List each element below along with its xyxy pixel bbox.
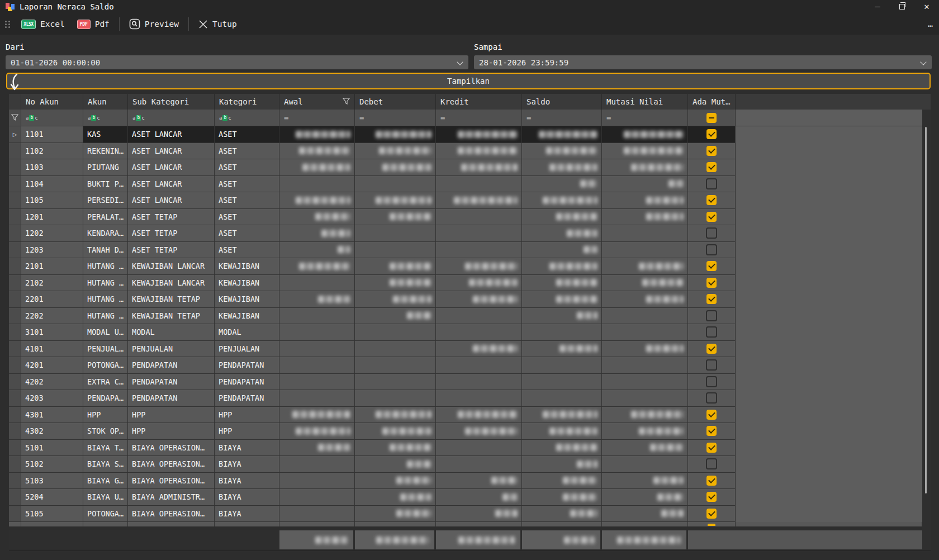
cell-kategori[interactable]: ASET — [215, 143, 279, 160]
cell-no_akun[interactable]: 1105 — [21, 192, 83, 209]
cell-awal[interactable] — [279, 192, 355, 209]
cell-awal[interactable] — [279, 357, 355, 374]
cell-awal[interactable] — [279, 159, 355, 176]
cell-kategori[interactable]: BIAYA — [215, 473, 279, 490]
filter-cell-ada_mutasi[interactable] — [688, 110, 736, 126]
ada-mutasi-checkbox[interactable] — [706, 294, 717, 304]
cell-debet[interactable] — [355, 225, 436, 242]
ada-mutasi-checkbox[interactable] — [706, 261, 717, 271]
cell-saldo[interactable] — [522, 242, 602, 259]
minimize-button[interactable] — [865, 0, 890, 13]
ada-mutasi-checkbox[interactable] — [706, 492, 717, 502]
column-header-mutasi_nilai[interactable]: Mutasi Nilai — [602, 94, 688, 110]
cell-kredit[interactable] — [436, 258, 522, 275]
cell-kredit[interactable] — [436, 357, 522, 374]
tutup-button[interactable]: Tutup — [192, 16, 243, 32]
cell-ada-mutasi[interactable] — [688, 357, 736, 374]
cell-awal[interactable] — [279, 308, 355, 325]
cell-awal[interactable] — [279, 489, 355, 506]
ada-mutasi-checkbox[interactable] — [706, 458, 717, 469]
cell-debet[interactable] — [355, 209, 436, 226]
cell-sub_kategori[interactable]: ASET LANCAR — [128, 176, 215, 193]
cell-sub_kategori[interactable]: BIAYA OPERASION… — [128, 440, 215, 457]
ada-mutasi-checkbox[interactable] — [706, 162, 717, 172]
cell-kredit[interactable] — [436, 225, 522, 242]
cell-mutasi_nilai[interactable] — [602, 506, 688, 523]
cell-akun[interactable]: HUTANG … — [83, 291, 128, 308]
row-indicator-cell[interactable] — [9, 374, 21, 391]
row-indicator-cell[interactable] — [9, 407, 21, 424]
cell-kategori[interactable]: MODAL — [215, 324, 279, 341]
cell-kredit[interactable] — [436, 159, 522, 176]
cell-mutasi_nilai[interactable] — [602, 159, 688, 176]
cell-mutasi_nilai[interactable] — [602, 242, 688, 259]
focused-row-indicator[interactable]: ▷ — [9, 126, 21, 143]
dari-date-combobox[interactable]: 01-01-2026 00:00:00 — [6, 55, 468, 69]
row-indicator-cell[interactable] — [9, 291, 21, 308]
column-header-debet[interactable]: Debet — [355, 94, 436, 110]
cell-kategori[interactable]: BIAYA — [215, 456, 279, 473]
cell-mutasi_nilai[interactable] — [602, 456, 688, 473]
cell-no_akun[interactable]: 2102 — [21, 275, 83, 292]
cell-akun[interactable]: BIAYA S… — [83, 456, 128, 473]
cell-kategori[interactable]: KEWAJIBAN — [215, 258, 279, 275]
cell-ada-mutasi[interactable] — [688, 225, 736, 242]
cell-saldo[interactable] — [522, 374, 602, 391]
cell-awal[interactable] — [279, 473, 355, 490]
cell-akun[interactable]: PERSEDI… — [83, 192, 128, 209]
cell-akun[interactable]: KENDARA… — [83, 225, 128, 242]
cell-kredit[interactable] — [436, 407, 522, 424]
row-indicator-cell[interactable] — [9, 143, 21, 160]
column-header-kredit[interactable]: Kredit — [436, 94, 522, 110]
cell-debet[interactable] — [355, 489, 436, 506]
cell-no_akun[interactable]: 4101 — [21, 341, 83, 358]
cell-saldo[interactable] — [522, 456, 602, 473]
ada-mutasi-checkbox[interactable] — [706, 129, 717, 139]
cell-akun[interactable]: PIUTANG — [83, 159, 128, 176]
cell-no_akun[interactable]: 1201 — [21, 209, 83, 226]
ada-mutasi-checkbox[interactable] — [706, 476, 717, 486]
column-header-akun[interactable]: Akun — [83, 94, 128, 110]
cell-sub_kategori[interactable]: ASET TETAP — [128, 209, 215, 226]
cell-sub_kategori[interactable]: ASET TETAP — [128, 225, 215, 242]
column-header-kategori[interactable]: Kategori — [215, 94, 279, 110]
cell-ada-mutasi[interactable] — [688, 440, 736, 457]
cell-awal[interactable] — [279, 456, 355, 473]
cell-awal[interactable] — [279, 374, 355, 391]
ada-mutasi-checkbox[interactable] — [706, 146, 717, 156]
cell-ada-mutasi[interactable] — [688, 390, 736, 407]
cell-akun[interactable]: STOK OP… — [83, 423, 128, 440]
cell-ada-mutasi[interactable] — [688, 143, 736, 160]
close-button[interactable]: ✕ — [914, 0, 939, 13]
cell-mutasi_nilai[interactable] — [602, 407, 688, 424]
active-filter-funnel-icon[interactable] — [343, 97, 350, 106]
pdf-button[interactable]: PDF Pdf — [71, 16, 116, 32]
cell-saldo[interactable] — [522, 489, 602, 506]
cell-sub_kategori[interactable]: BIAYA OPERASION… — [128, 506, 215, 523]
cell-debet[interactable] — [355, 291, 436, 308]
cell-kategori[interactable]: PENDAPATAN — [215, 390, 279, 407]
cell-kredit[interactable] — [436, 192, 522, 209]
cell-debet[interactable] — [355, 242, 436, 259]
ada-mutasi-checkbox[interactable] — [706, 227, 717, 239]
preview-button[interactable]: Preview — [123, 16, 185, 32]
cell-awal[interactable] — [279, 506, 355, 523]
row-indicator-cell[interactable] — [9, 192, 21, 209]
cell-ada-mutasi[interactable] — [688, 456, 736, 473]
cell-sub_kategori[interactable]: KEWAJIBAN TETAP — [128, 291, 215, 308]
cell-saldo[interactable] — [522, 308, 602, 325]
cell-saldo[interactable] — [522, 423, 602, 440]
cell-sub_kategori[interactable]: ASET LANCAR — [128, 192, 215, 209]
cell-kredit[interactable] — [436, 308, 522, 325]
cell-ada-mutasi[interactable] — [688, 308, 736, 325]
column-header-ada_mutasi[interactable]: Ada Mut… — [688, 94, 736, 110]
cell-akun[interactable]: HUTANG … — [83, 275, 128, 292]
cell-awal[interactable] — [279, 407, 355, 424]
cell-ada-mutasi[interactable] — [688, 423, 736, 440]
cell-ada-mutasi[interactable] — [688, 291, 736, 308]
restore-button[interactable] — [890, 0, 914, 13]
cell-saldo[interactable] — [522, 192, 602, 209]
cell-mutasi_nilai[interactable] — [602, 143, 688, 160]
cell-debet[interactable] — [355, 407, 436, 424]
row-indicator-cell[interactable] — [9, 440, 21, 457]
